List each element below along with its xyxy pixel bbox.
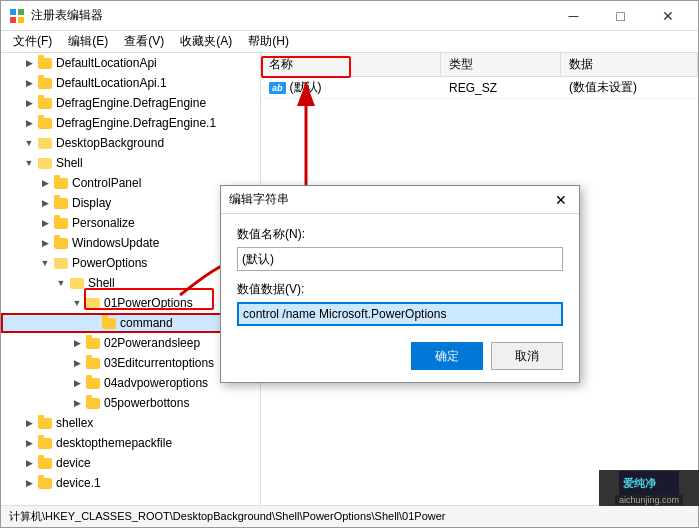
tree-node-defaultlocationapi[interactable]: ▶ DefaultLocationApi	[1, 53, 260, 73]
status-bar: 计算机\HKEY_CLASSES_ROOT\DesktopBackground\…	[1, 505, 698, 527]
menu-edit[interactable]: 编辑(E)	[60, 31, 116, 52]
node-label: device.1	[56, 476, 101, 490]
folder-icon	[37, 476, 53, 490]
node-label: desktopthemepackfile	[56, 436, 172, 450]
folder-icon	[85, 356, 101, 370]
tree-node-desktopthemepackfile[interactable]: ▶ desktopthemepackfile	[1, 433, 260, 453]
tree-node-device[interactable]: ▶ device	[1, 453, 260, 473]
table-row[interactable]: ab (默认) REG_SZ (数值未设置)	[261, 77, 698, 99]
app-icon	[9, 8, 25, 24]
node-label: DefragEngine.DefragEngine.1	[56, 116, 216, 130]
folder-icon	[53, 256, 69, 270]
folder-icon	[53, 216, 69, 230]
expand-icon[interactable]: ▶	[37, 235, 53, 251]
tree-node-defragengine[interactable]: ▶ DefragEngine.DefragEngine	[1, 93, 260, 113]
expand-icon[interactable]: ▶	[69, 375, 85, 391]
expand-icon[interactable]: ▶	[21, 455, 37, 471]
expand-icon[interactable]: ▶	[69, 335, 85, 351]
folder-icon	[37, 136, 53, 150]
folder-icon	[85, 336, 101, 350]
expand-icon[interactable]: ▶	[37, 175, 53, 191]
tree-node-defaultlocationapi1[interactable]: ▶ DefaultLocationApi.1	[1, 73, 260, 93]
cell-type: REG_SZ	[441, 81, 561, 95]
expand-icon[interactable]: ▼	[53, 275, 69, 291]
dialog-close-button[interactable]: ✕	[551, 190, 571, 210]
svg-rect-2	[10, 17, 16, 23]
node-label: DesktopBackground	[56, 136, 164, 150]
tree-node-defragengine1[interactable]: ▶ DefragEngine.DefragEngine.1	[1, 113, 260, 133]
folder-icon	[37, 96, 53, 110]
folder-icon	[37, 456, 53, 470]
menu-help[interactable]: 帮助(H)	[240, 31, 297, 52]
name-label: 数值名称(N):	[237, 226, 563, 243]
ok-button[interactable]: 确定	[411, 342, 483, 370]
cell-name-text: (默认)	[290, 79, 322, 96]
node-label: PowerOptions	[72, 256, 147, 270]
minimize-button[interactable]: ─	[551, 5, 596, 27]
node-label: 01PowerOptions	[104, 296, 193, 310]
node-label: shellex	[56, 416, 93, 430]
expand-icon[interactable]: ▼	[21, 155, 37, 171]
dialog-body: 数值名称(N): 数值数据(V): 确定 取消	[221, 214, 579, 382]
edit-string-dialog: 编辑字符串 ✕ 数值名称(N): 数值数据(V): 确定 取消	[220, 185, 580, 383]
menu-bar: 文件(F) 编辑(E) 查看(V) 收藏夹(A) 帮助(H)	[1, 31, 698, 53]
menu-view[interactable]: 查看(V)	[116, 31, 172, 52]
data-label: 数值数据(V):	[237, 281, 563, 298]
folder-icon	[37, 116, 53, 130]
node-label: 02Powerandsleep	[104, 336, 200, 350]
menu-file[interactable]: 文件(F)	[5, 31, 60, 52]
expand-icon[interactable]: ▶	[69, 395, 85, 411]
maximize-button[interactable]: □	[598, 5, 643, 27]
expand-icon[interactable]: ▼	[69, 295, 85, 311]
folder-icon	[53, 176, 69, 190]
expand-icon[interactable]: ▶	[37, 215, 53, 231]
folder-icon	[37, 436, 53, 450]
folder-icon	[85, 396, 101, 410]
column-headers: 名称 类型 数据	[261, 53, 698, 77]
folder-icon	[69, 276, 85, 290]
expand-icon[interactable]: ▶	[21, 55, 37, 71]
svg-rect-1	[18, 9, 24, 15]
tree-node-shellex[interactable]: ▶ shellex	[1, 413, 260, 433]
node-label: 04advpoweroptions	[104, 376, 208, 390]
data-field: 数值数据(V):	[237, 281, 563, 326]
menu-favorites[interactable]: 收藏夹(A)	[172, 31, 240, 52]
window-title: 注册表编辑器	[31, 7, 103, 24]
folder-icon	[101, 316, 117, 330]
expand-icon[interactable]: ▶	[69, 355, 85, 371]
cancel-button[interactable]: 取消	[491, 342, 563, 370]
data-input[interactable]	[237, 302, 563, 326]
expand-icon[interactable]: ▶	[21, 415, 37, 431]
node-label: Shell	[56, 156, 83, 170]
tree-node-shell[interactable]: ▼ Shell	[1, 153, 260, 173]
close-button[interactable]: ✕	[645, 5, 690, 27]
svg-rect-3	[18, 17, 24, 23]
dialog-buttons: 确定 取消	[237, 342, 563, 370]
expand-icon[interactable]: ▶	[21, 75, 37, 91]
expand-icon[interactable]: ▶	[21, 435, 37, 451]
expand-icon[interactable]: ▶	[21, 475, 37, 491]
node-label: 03Editcurrentoptions	[104, 356, 214, 370]
status-text: 计算机\HKEY_CLASSES_ROOT\DesktopBackground\…	[9, 509, 446, 524]
expand-icon[interactable]: ▼	[37, 255, 53, 271]
node-label: Display	[72, 196, 111, 210]
watermark: 爱纯净 aichunjing.com	[599, 470, 699, 506]
name-input[interactable]	[237, 247, 563, 271]
ab-icon: ab	[269, 82, 286, 94]
expand-icon[interactable]: ▶	[21, 115, 37, 131]
svg-text:爱纯净: 爱纯净	[623, 477, 657, 489]
col-header-name: 名称	[261, 53, 441, 76]
expand-icon[interactable]: ▶	[21, 95, 37, 111]
folder-icon	[85, 296, 101, 310]
tree-node-device1[interactable]: ▶ device.1	[1, 473, 260, 493]
node-label: ControlPanel	[72, 176, 141, 190]
expand-icon[interactable]: ▼	[21, 135, 37, 151]
watermark-url: aichunjing.com	[615, 495, 683, 505]
tree-node-desktopbackground[interactable]: ▼ DesktopBackground	[1, 133, 260, 153]
tree-node-05powerbottons[interactable]: ▶ 05powerbottons	[1, 393, 260, 413]
node-label: WindowsUpdate	[72, 236, 159, 250]
expand-icon[interactable]: ▶	[37, 195, 53, 211]
cell-value: (数值未设置)	[561, 79, 698, 96]
dialog-title-text: 编辑字符串	[229, 191, 289, 208]
svg-rect-0	[10, 9, 16, 15]
